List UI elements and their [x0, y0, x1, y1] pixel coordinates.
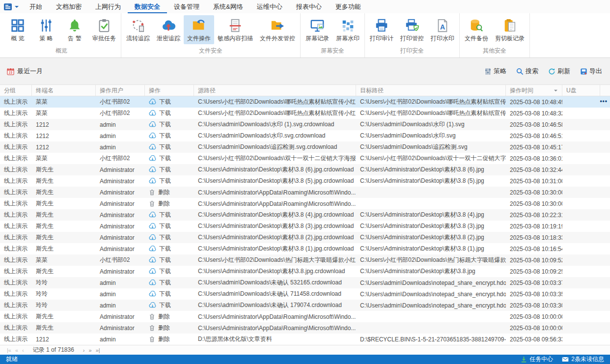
table-row[interactable]: 线上演示斯先生Administrator删除C:\Users\Administr… [0, 198, 610, 209]
menu-tab-1[interactable]: 开始 [23, 0, 49, 13]
menu-tab-7[interactable]: 运维中心 [250, 0, 289, 13]
file-backup-button[interactable]: 文件备份 [461, 15, 492, 44]
screen-record-icon [310, 17, 325, 34]
action-label: 下载 [159, 154, 171, 163]
next-page-icon[interactable]: › [81, 347, 87, 353]
refresh-button[interactable]: 刷新 [548, 67, 570, 76]
action-label: 删除 [158, 188, 170, 196]
menu-tab-5[interactable]: 设备管理 [167, 0, 206, 13]
column-header-1[interactable]: 分组 [0, 85, 32, 96]
download-icon [149, 291, 156, 297]
date-range-filter[interactable]: 23 最近一月 [7, 67, 43, 76]
table-row[interactable]: 线上演示1212admin下载C:\Users\admin\Downloads\… [0, 119, 610, 130]
action-label: 下载 [159, 279, 171, 287]
table-row[interactable]: 线上演示斯先生Administrator删除C:\Users\Administr… [0, 187, 610, 198]
unread-messages-button[interactable]: 2条未读信息 [562, 355, 604, 364]
column-header-3[interactable]: 操作用户 [96, 85, 145, 96]
menu-tab-8[interactable]: 报表中心 [289, 0, 329, 13]
table-row[interactable]: 线上演示斯先生Administrator下载C:\Users\Administr… [0, 164, 610, 175]
download-icon [149, 246, 156, 252]
last-page-icon[interactable]: »| [94, 347, 102, 353]
menu-tab-6[interactable]: 系统&网络 [206, 0, 250, 13]
overview-button[interactable]: 概 览 [3, 15, 32, 44]
ribbon-item-label: 敏感内容扫描 [218, 34, 253, 43]
column-header-8[interactable]: U盘 [562, 85, 600, 96]
task-center-button[interactable]: 任务中心 [521, 355, 553, 364]
cell-group: 线上演示 [0, 301, 32, 309]
app-menu-button[interactable] [0, 0, 23, 13]
search-button[interactable]: 搜索 [516, 67, 538, 76]
table-row[interactable]: 线上演示菜菜小红书部02下载C:\Users\小红书部02\Downloads\… [0, 153, 610, 164]
cell-user: 小红书部02 [96, 109, 145, 117]
sensitive-scan-button[interactable]: 敏感内容扫描 [214, 15, 256, 44]
table-row[interactable]: 线上演示玲玲admin下载C:\Users\admin\Downloads\未确… [0, 277, 610, 288]
cell-action: 下载 [145, 290, 194, 298]
table-row[interactable]: 线上演示玲玲admin下载C:\Users\admin\Downloads\未确… [0, 300, 610, 311]
table-row[interactable]: 线上演示1212admin下载C:\Users\admin\Downloads\… [0, 141, 610, 153]
row-more-actions-button[interactable]: ••• [600, 98, 608, 105]
cell-user: 小红书部02 [96, 256, 145, 264]
cell-target: C:\Users\Administrator\Desktop\素材\3.8 (3… [356, 222, 506, 230]
column-header-7[interactable]: 操作时间 [506, 85, 562, 96]
cell-action: 删除 [145, 335, 194, 343]
cell-time: 2025-03-08 10:45:17 [506, 144, 562, 151]
alert-button[interactable]: 告 警 [60, 15, 89, 44]
policy-button[interactable]: 策 略 [32, 15, 60, 44]
leak-trace-button[interactable]: 泄密追踪 [153, 15, 184, 44]
column-header-label: 目标路径 [360, 86, 384, 95]
cell-terminal: 斯先生 [32, 199, 96, 208]
download-icon [149, 99, 156, 105]
table-row[interactable]: 线上演示斯先生Administrator下载C:\Users\Administr… [0, 266, 610, 277]
cell-group: 线上演示 [0, 256, 32, 264]
table-row[interactable]: 线上演示菜菜小红书部02下载C:\Users\小红书部02\Downloads\… [0, 108, 610, 119]
prev-page-icon[interactable]: ‹ [20, 347, 26, 353]
svg-text:23: 23 [9, 71, 13, 74]
table-row[interactable]: 线上演示斯先生Administrator下载C:\Users\Administr… [0, 209, 610, 221]
first-page-icon[interactable]: |« [5, 347, 13, 353]
print-audit-button[interactable]: 打印审计 [366, 15, 397, 44]
policy-filter-button[interactable]: 策略 [484, 67, 506, 76]
print-control-button[interactable]: 打印管控 [397, 15, 427, 44]
table-row[interactable]: 线上演示斯先生Administrator下载C:\Users\Administr… [0, 175, 610, 187]
filter-caret-icon[interactable] [554, 89, 558, 92]
cell-action: 下载 [145, 267, 194, 276]
column-header-6[interactable]: 目标路径 [356, 85, 506, 96]
table-row[interactable]: 线上演示斯先生Administrator删除C:\Users\Administr… [0, 311, 610, 322]
table-row[interactable]: 线上演示1212admin下载C:\Users\admin\Downloads\… [0, 130, 610, 141]
table-row[interactable]: 线上演示菜菜小红书部02下载C:\Users\小红书部02\Downloads\… [0, 254, 610, 266]
delete-icon [149, 313, 155, 320]
column-header-4[interactable]: 操作 [145, 85, 194, 96]
table-row[interactable]: 线上演示斯先生Administrator下载C:\Users\Administr… [0, 232, 610, 243]
print-watermark-button[interactable]: A打印水印 [427, 15, 458, 44]
column-header-5[interactable]: 源路径 [194, 85, 356, 96]
approval-tasks-button[interactable]: 审批任务 [89, 15, 119, 44]
clipboard-record-icon [502, 17, 517, 34]
column-header-2[interactable]: 终端名 [32, 85, 96, 96]
cell-source: D:\思源黑体优化版\文章资料 [194, 335, 356, 343]
flow-trace-button[interactable]: 流转追踪 [123, 15, 153, 44]
menu-tab-3[interactable]: 上网行为 [88, 0, 128, 13]
table-row[interactable]: 线上演示1212admin删除D:\思源黑体优化版\文章资料D:\$RECYCL… [0, 334, 610, 345]
cell-user: Administrator [96, 246, 145, 252]
menu-tab-4[interactable]: 数据安全 [128, 0, 167, 13]
screen-watermark-button[interactable]: 屏幕水印 [333, 15, 363, 44]
table-row[interactable]: 线上演示斯先生Administrator下载C:\Users\Administr… [0, 221, 610, 232]
table-row[interactable]: 线上演示斯先生Administrator下载C:\Users\Administr… [0, 243, 610, 254]
fast-prev-icon[interactable]: « [13, 347, 20, 353]
menu-tab-9[interactable]: 更多功能 [329, 0, 368, 13]
export-button[interactable]: 导出 [580, 67, 602, 76]
clipboard-record-button[interactable]: 剪切板记录 [492, 15, 528, 44]
file-operation-button[interactable]: 文件操作 [184, 15, 214, 44]
fast-next-icon[interactable]: » [87, 347, 94, 353]
file-outgoing-button[interactable]: 文件外发管控 [256, 15, 299, 44]
cell-user: Administrator [96, 178, 145, 185]
file-backup-icon [469, 17, 484, 34]
cell-time: 2025-03-08 10:48:32 [506, 110, 562, 117]
refresh-icon [548, 68, 555, 75]
table-row[interactable]: 线上演示菜菜小红书部02下载C:\Users\小红书部02\Downloads\… [0, 96, 610, 108]
table-row[interactable]: 线上演示斯先生Administrator删除C:\Users\Administr… [0, 322, 610, 334]
screen-record-button[interactable]: 屏幕记录 [302, 15, 333, 44]
menu-tab-2[interactable]: 文档加密 [49, 0, 88, 13]
table-row[interactable]: 线上演示玲玲admin下载C:\Users\admin\Downloads\未确… [0, 288, 610, 300]
cell-user: admin [96, 336, 145, 343]
